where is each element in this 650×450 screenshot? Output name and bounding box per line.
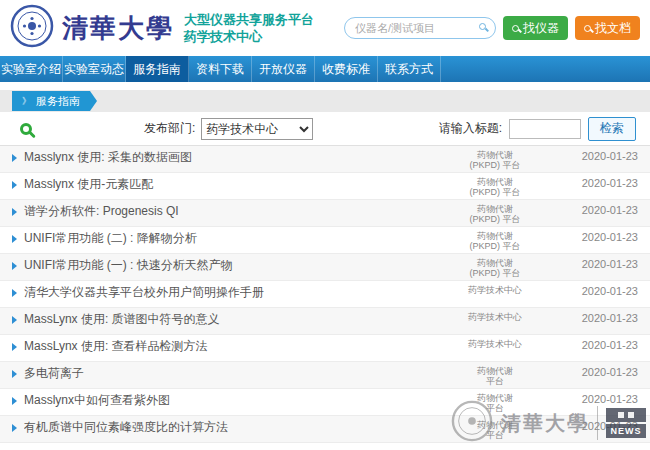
filter-row: 发布部门: 药学技术中心 请输入标题: 检索 — [0, 112, 650, 146]
item-date: 2020-01-23 — [560, 177, 638, 190]
list-item[interactable]: Masslynx 使用-元素匹配 药物代谢 (PKPD) 平台 2020-01-… — [0, 173, 650, 200]
item-date: 2020-01-23 — [560, 339, 638, 352]
nav-tab-3[interactable]: 服务指南 — [126, 56, 189, 82]
nav-tab-1[interactable]: 实验室介绍 — [0, 56, 63, 82]
search-icon — [479, 23, 486, 30]
title-label: 请输入标题: — [439, 120, 502, 137]
item-title[interactable]: Masslynx 使用-元素匹配 — [24, 177, 430, 191]
list-item[interactable]: MassLynx 使用: 查看样品检测方法 药学技术中心 2020-01-23 — [0, 335, 650, 362]
item-date: 2020-01-23 — [560, 393, 638, 406]
item-category: 药物代谢 平台 — [430, 420, 560, 440]
item-date: 2020-01-23 — [560, 258, 638, 271]
nav-tab-7[interactable]: 联系方式 — [378, 56, 441, 82]
header: 清華大學 大型仪器共享服务平台 药学技术中心 找仪器 找文档 — [0, 0, 650, 56]
bullet-icon — [12, 316, 17, 324]
nav-tab-5[interactable]: 开放仪器 — [252, 56, 315, 82]
tsinghua-logo-icon — [10, 4, 54, 52]
find-document-button[interactable]: 找文档 — [575, 16, 640, 40]
title-filter: 请输入标题: 检索 — [439, 117, 636, 141]
item-title[interactable]: 多电荷离子 — [24, 366, 430, 380]
article-list: Masslynx 使用: 采集的数据画图 药物代谢 (PKPD) 平台 2020… — [0, 146, 650, 443]
chevron-right-icon: 》 — [22, 95, 31, 108]
item-title[interactable]: MassLynx 使用: 查看样品检测方法 — [24, 339, 430, 353]
spacer — [0, 82, 650, 90]
item-date: 2020-01-23 — [560, 285, 638, 298]
nav-tab-6[interactable]: 收费标准 — [315, 56, 378, 82]
item-date: 2020-01-23 — [560, 366, 638, 379]
bullet-icon — [12, 289, 17, 297]
bullet-icon — [12, 181, 17, 189]
list-item[interactable]: Masslynx中如何查看紫外图 药物代谢 平台 2020-01-23 — [0, 389, 650, 416]
search-magnifier-icon — [20, 123, 32, 135]
item-date: 2020-01-23 — [560, 231, 638, 244]
item-category: 药物代谢 (PKPD) 平台 — [430, 204, 560, 224]
list-item[interactable]: 清华大学仪器共享平台校外用户简明操作手册 药学技术中心 2020-01-23 — [0, 281, 650, 308]
list-item[interactable]: 谱学分析软件: Progenesis QI 药物代谢 (PKPD) 平台 202… — [0, 200, 650, 227]
item-category: 药物代谢 平台 — [430, 366, 560, 386]
bullet-icon — [12, 370, 17, 378]
list-item[interactable]: MassLynx 使用: 质谱图中符号的意义 药学技术中心 2020-01-23 — [0, 308, 650, 335]
nav-tab-2[interactable]: 实验室动态 — [63, 56, 126, 82]
nav-tab-4[interactable]: 资料下载 — [189, 56, 252, 82]
item-title[interactable]: UNIFI常用功能 (二) : 降解物分析 — [24, 231, 430, 245]
find-instrument-label: 找仪器 — [523, 20, 559, 37]
magnifier-icon — [584, 25, 591, 32]
item-category: 药物代谢 (PKPD) 平台 — [430, 177, 560, 197]
header-search-area: 找仪器 找文档 — [344, 16, 640, 40]
item-title[interactable]: 清华大学仪器共享平台校外用户简明操作手册 — [24, 285, 430, 299]
university-name: 清華大學 — [62, 11, 174, 46]
item-category: 药学技术中心 — [430, 339, 560, 349]
breadcrumb[interactable]: 》 服务指南 — [12, 91, 90, 111]
item-date: 2020-01-23 — [560, 420, 638, 433]
bullet-icon — [12, 154, 17, 162]
find-instrument-button[interactable]: 找仪器 — [503, 16, 568, 40]
item-date: 2020-01-23 — [560, 312, 638, 325]
magnifier-icon — [512, 25, 519, 32]
bullet-icon — [12, 343, 17, 351]
item-title[interactable]: UNIFI常用功能 (一) : 快速分析天然产物 — [24, 258, 430, 272]
platform-title-line2: 药学技术中心 — [184, 28, 314, 45]
search-button[interactable]: 检索 — [588, 117, 636, 141]
item-category: 药物代谢 平台 — [430, 393, 560, 413]
list-item[interactable]: Masslynx 使用: 采集的数据画图 药物代谢 (PKPD) 平台 2020… — [0, 146, 650, 173]
item-category: 药学技术中心 — [430, 285, 560, 295]
bullet-icon — [12, 235, 17, 243]
breadcrumb-bar: 》 服务指南 — [0, 90, 650, 112]
bullet-icon — [12, 208, 17, 216]
bullet-icon — [12, 397, 17, 405]
list-item[interactable]: 有机质谱中同位素峰强度比的计算方法 药物代谢 平台 2020-01-23 — [0, 416, 650, 443]
platform-title: 大型仪器共享服务平台 药学技术中心 — [184, 11, 314, 45]
bullet-icon — [12, 262, 17, 270]
item-category: 药物代谢 (PKPD) 平台 — [430, 231, 560, 251]
nav-tabs: 实验室介绍实验室动态服务指南资料下载开放仪器收费标准联系方式 — [0, 56, 650, 82]
platform-title-line1: 大型仪器共享服务平台 — [184, 11, 314, 28]
list-item[interactable]: 多电荷离子 药物代谢 平台 2020-01-23 — [0, 362, 650, 389]
item-category: 药物代谢 (PKPD) 平台 — [430, 150, 560, 170]
page: 清華大學 大型仪器共享服务平台 药学技术中心 找仪器 找文档 实验室介绍实验室动… — [0, 0, 650, 450]
item-title[interactable]: 谱学分析软件: Progenesis QI — [24, 204, 430, 218]
department-filter: 发布部门: 药学技术中心 — [144, 118, 313, 140]
find-document-label: 找文档 — [595, 20, 631, 37]
item-title[interactable]: Masslynx中如何查看紫外图 — [24, 393, 430, 407]
bullet-icon — [12, 424, 17, 432]
department-select[interactable]: 药学技术中心 — [201, 118, 313, 140]
instrument-search-input[interactable] — [344, 17, 496, 39]
list-item[interactable]: UNIFI常用功能 (二) : 降解物分析 药物代谢 (PKPD) 平台 202… — [0, 227, 650, 254]
item-category: 药学技术中心 — [430, 312, 560, 322]
item-category: 药物代谢 (PKPD) 平台 — [430, 258, 560, 278]
list-item[interactable]: UNIFI常用功能 (一) : 快速分析天然产物 药物代谢 (PKPD) 平台 … — [0, 254, 650, 281]
item-title[interactable]: MassLynx 使用: 质谱图中符号的意义 — [24, 312, 430, 326]
item-date: 2020-01-23 — [560, 150, 638, 163]
title-input[interactable] — [509, 119, 581, 139]
item-title[interactable]: Masslynx 使用: 采集的数据画图 — [24, 150, 430, 164]
item-date: 2020-01-23 — [560, 204, 638, 217]
department-label: 发布部门: — [144, 120, 195, 137]
breadcrumb-label: 服务指南 — [36, 94, 80, 109]
item-title[interactable]: 有机质谱中同位素峰强度比的计算方法 — [24, 420, 430, 434]
